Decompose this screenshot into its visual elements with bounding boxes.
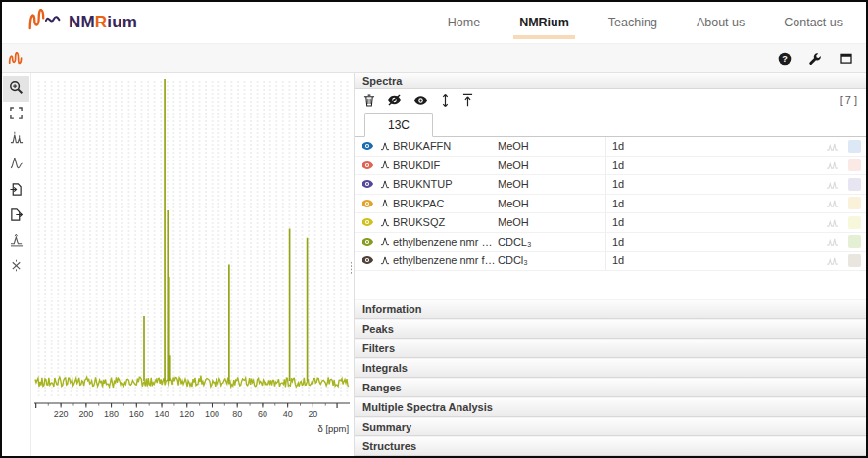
accordion-label: Peaks xyxy=(362,323,394,335)
svg-text:180: 180 xyxy=(104,409,119,419)
markers-toggle-icon[interactable] xyxy=(826,180,839,189)
show-all-button[interactable] xyxy=(413,95,428,106)
color-swatch[interactable] xyxy=(848,197,861,209)
accordion-label: Multiple Spectra Analysis xyxy=(362,401,493,413)
accordion-label: Information xyxy=(362,303,422,315)
visibility-eye-icon[interactable] xyxy=(355,179,380,189)
baseline-correction-tool[interactable] xyxy=(3,229,29,254)
settings-button[interactable] xyxy=(804,48,826,69)
spectrum-name: BRUKAFFN xyxy=(393,140,496,152)
markers-toggle-icon[interactable] xyxy=(826,218,839,227)
baseline-icon xyxy=(10,233,24,251)
markers-toggle-icon[interactable] xyxy=(826,237,839,246)
color-swatch[interactable] xyxy=(848,254,861,267)
nav-item-nmrium[interactable]: NMRium xyxy=(519,16,569,29)
accordion-information[interactable]: Information xyxy=(355,299,866,319)
exclusion-zones-tool[interactable] xyxy=(3,254,29,280)
spectrum-type-icon xyxy=(380,237,393,246)
help-button[interactable]: ? xyxy=(774,48,796,69)
spectrum-dimension: 1d xyxy=(605,233,666,252)
accordion-label: Structures xyxy=(362,440,416,452)
visibility-eye-icon[interactable] xyxy=(355,217,380,227)
spectra-toolbar: [ 7 ] xyxy=(355,89,866,111)
spectrum-canvas[interactable]: 22020018016014012010080604020δ [ppm] xyxy=(31,73,354,456)
accordion-filters[interactable]: Filters xyxy=(355,339,866,358)
spectrum-row[interactable]: BRUKSQZMeOH1d xyxy=(355,213,866,233)
nmrium-logo[interactable]: NMRium xyxy=(27,9,137,36)
spectrum-name: BRUKDIF xyxy=(393,160,496,171)
spectrum-plot[interactable]: 22020018016014012010080604020δ [ppm] xyxy=(31,73,354,456)
nmrium-logo-text: NMRium xyxy=(69,13,137,32)
spectrum-solvent: CDCl₃ xyxy=(496,254,605,266)
spectrum-solvent: MeOH xyxy=(496,140,605,152)
color-swatch[interactable] xyxy=(848,178,861,191)
nav-item-teaching[interactable]: Teaching xyxy=(608,16,657,29)
accordion-integrals[interactable]: Integrals xyxy=(355,358,866,378)
accordion-label: Integrals xyxy=(362,362,408,374)
integral-tool[interactable] xyxy=(3,153,29,178)
accordion-peaks[interactable]: Peaks xyxy=(355,319,866,339)
export-tool[interactable] xyxy=(3,204,29,229)
accordion-multiple-spectra-analysis[interactable]: Multiple Spectra Analysis xyxy=(355,397,866,417)
spectrum-row[interactable]: BRUKAFFNMeOH1d xyxy=(355,137,866,157)
spectrum-row[interactable]: BRUKPACMeOH1d xyxy=(355,195,866,214)
expand-tool[interactable] xyxy=(3,102,29,127)
import-tool[interactable] xyxy=(3,178,29,204)
visibility-eye-icon[interactable] xyxy=(355,255,380,265)
accordion-structures[interactable]: Structures xyxy=(355,436,866,456)
visibility-eye-icon[interactable] xyxy=(355,237,380,247)
zoom-tool[interactable] xyxy=(3,76,29,102)
spectrum-dimension: 1d xyxy=(605,195,666,213)
panel-spacer xyxy=(355,271,866,300)
color-swatch[interactable] xyxy=(848,235,861,248)
accordion-ranges[interactable]: Ranges xyxy=(355,378,866,397)
spectrum-type-icon xyxy=(380,180,393,189)
tab-13c[interactable]: 13C xyxy=(364,113,433,137)
app-toolbar: ? xyxy=(2,44,866,73)
peak-picking-tool[interactable] xyxy=(3,127,29,153)
accordion-label: Filters xyxy=(362,343,395,354)
svg-text:20: 20 xyxy=(308,409,317,419)
spectrum-solvent: MeOH xyxy=(496,160,605,171)
color-swatch[interactable] xyxy=(848,159,861,171)
markers-toggle-icon[interactable] xyxy=(826,160,839,169)
spectrum-type-icon xyxy=(380,218,393,227)
spectrum-dimension: 1d xyxy=(605,213,666,232)
spectrum-name: ethylbenzene nmr fid v... xyxy=(393,254,496,266)
spectrum-row[interactable]: ethylbenzene nmr spec...CDCL₃1d xyxy=(355,233,866,252)
svg-text:?: ? xyxy=(782,54,788,64)
site-header: NMRium HomeNMRiumTeachingAbout usContact… xyxy=(2,2,866,44)
spectra-panel-header[interactable]: Spectra xyxy=(355,73,866,89)
spectrum-solvent: MeOH xyxy=(496,216,605,228)
spectrum-name: BRUKPAC xyxy=(393,198,496,209)
spectrum-row[interactable]: ethylbenzene nmr fid v...CDCl₃1d xyxy=(355,252,866,271)
svg-text:200: 200 xyxy=(78,409,93,419)
visibility-eye-icon[interactable] xyxy=(355,199,380,208)
window-mode-button[interactable] xyxy=(835,48,856,69)
color-swatch[interactable] xyxy=(848,216,861,229)
spectra-toolbar-icons xyxy=(363,93,473,108)
visibility-eye-icon[interactable] xyxy=(355,160,380,170)
spectra-table: BRUKAFFNMeOH1dBRUKDIFMeOH1dBRUKNTUPMeOH1… xyxy=(355,137,866,271)
spectrum-row[interactable]: BRUKNTUPMeOH1d xyxy=(355,175,866,195)
align-top-button[interactable] xyxy=(462,93,473,107)
spectrum-dimension: 1d xyxy=(605,175,666,194)
visibility-eye-icon[interactable] xyxy=(355,141,380,151)
spectrum-row[interactable]: BRUKDIFMeOH1d xyxy=(355,157,866,176)
panel-resize-handle[interactable] xyxy=(350,261,353,275)
markers-toggle-icon[interactable] xyxy=(826,199,839,207)
hide-all-button[interactable] xyxy=(387,94,402,106)
import-icon xyxy=(10,182,23,200)
nmrium-squiggle-icon xyxy=(2,52,30,66)
svg-text:80: 80 xyxy=(232,409,242,419)
nav-item-contact-us[interactable]: Contact us xyxy=(784,16,843,29)
color-swatch[interactable] xyxy=(848,140,861,153)
markers-toggle-icon[interactable] xyxy=(826,142,839,151)
markers-toggle-icon[interactable] xyxy=(826,256,839,265)
center-spectra-button[interactable] xyxy=(440,93,451,108)
export-icon xyxy=(10,207,23,225)
delete-all-button[interactable] xyxy=(363,94,375,107)
nav-item-about-us[interactable]: About us xyxy=(697,16,745,29)
accordion-summary[interactable]: Summary xyxy=(355,417,866,436)
nav-item-home[interactable]: Home xyxy=(448,16,480,29)
